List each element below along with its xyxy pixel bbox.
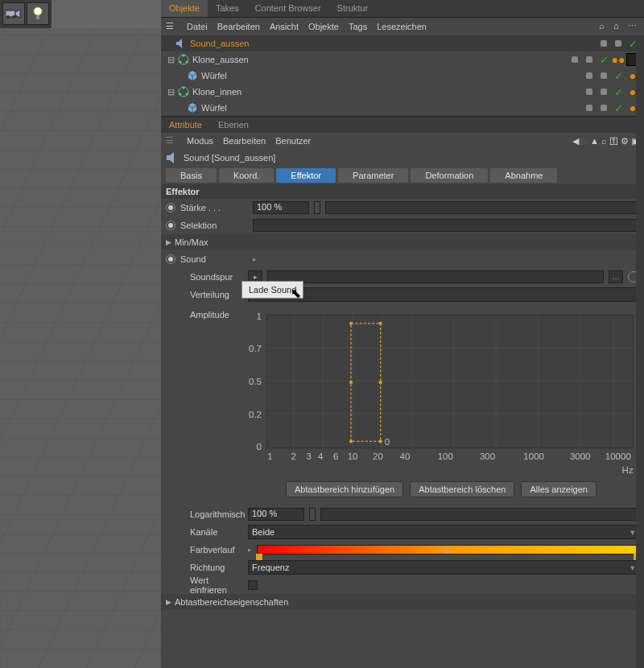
- home-icon[interactable]: ⌂: [613, 21, 625, 32]
- label-log: Logarithmisch: [166, 509, 243, 519]
- svg-point-12: [183, 87, 185, 89]
- svg-point-35: [349, 322, 353, 325]
- spinner-log[interactable]: [309, 508, 316, 521]
- label-amplitude: Amplitude: [166, 308, 238, 501]
- menu-bearbeiten2[interactable]: Bearbeiten: [223, 136, 266, 146]
- svg-rect-6: [1, 28, 161, 668]
- menu-datei[interactable]: Datei: [187, 22, 208, 31]
- svg-text:1: 1: [257, 311, 262, 321]
- cube-icon: [187, 70, 198, 81]
- input-soundspur[interactable]: [267, 270, 604, 283]
- svg-text:1000: 1000: [523, 452, 544, 461]
- svg-point-13: [186, 93, 188, 96]
- label-selektion: Selektion: [180, 221, 248, 230]
- menu-modus[interactable]: Modus: [187, 136, 213, 146]
- select-verteilung[interactable]: [248, 287, 639, 302]
- gradient-editor[interactable]: [257, 545, 639, 555]
- svg-point-39: [349, 439, 353, 443]
- menu-bearbeiten[interactable]: Bearbeiten: [217, 22, 260, 31]
- nav-back-icon[interactable]: ◀: [572, 136, 579, 146]
- viewport-3d[interactable]: [0, 28, 161, 668]
- subtab-abnahme[interactable]: Abnahme: [490, 168, 557, 183]
- chevron-right-icon: ▶: [166, 598, 171, 606]
- select-kanaele[interactable]: Beide: [248, 525, 639, 539]
- tab-struktur[interactable]: Struktur: [329, 0, 377, 17]
- gear-icon[interactable]: ⚙: [621, 136, 629, 146]
- tab-content-browser[interactable]: Content Browser: [247, 0, 329, 17]
- svg-rect-20: [266, 315, 633, 447]
- btn-abtast-all[interactable]: Alles anzeigen: [521, 481, 597, 497]
- svg-rect-4: [36, 15, 39, 19]
- menu-tags[interactable]: Tags: [349, 22, 367, 31]
- nav-fwd-icon[interactable]: ▷: [581, 136, 588, 146]
- select-richtung[interactable]: Frequenz: [248, 560, 639, 575]
- cloner-icon: [178, 86, 189, 97]
- misc-icon[interactable]: ⋯: [628, 21, 639, 32]
- svg-point-10: [180, 61, 182, 64]
- svg-point-36: [379, 322, 382, 325]
- tree-item-wuerfel-2: Würfel ✓●: [161, 100, 644, 116]
- collapse-minmax[interactable]: ▶ Min/Max: [161, 234, 644, 250]
- sound-effector-icon: [175, 38, 187, 49]
- subtab-deformation[interactable]: Deformation: [411, 168, 488, 183]
- chevron-right-icon: ▶: [166, 238, 171, 246]
- anim-dot-selektion[interactable]: [166, 221, 175, 230]
- input-staerke[interactable]: 100 %: [253, 201, 309, 214]
- tree-item-sound-aussen: Sound_aussen ✓: [161, 35, 644, 52]
- svg-point-40: [379, 439, 382, 443]
- input-log[interactable]: 100 %: [248, 508, 304, 521]
- menu-icon: ☰: [166, 135, 177, 146]
- input-selektion[interactable]: [253, 219, 639, 232]
- label-wert-einfrieren: Wert einfrieren: [166, 575, 243, 595]
- tree-item-klone-aussen: ⊟ Klone_aussen ✓●●: [161, 52, 644, 68]
- svg-text:40: 40: [400, 452, 411, 461]
- lock-icon[interactable]: ⚿: [609, 136, 618, 146]
- collapse-abtast[interactable]: ▶ Abtastbereichseigenschaften: [161, 594, 644, 610]
- label-richtung: Richtung: [166, 563, 243, 572]
- menu-ansicht[interactable]: Ansicht: [270, 22, 299, 31]
- svg-text:3000: 3000: [570, 452, 591, 461]
- svg-point-1: [6, 15, 10, 19]
- gradient-handle-left[interactable]: [256, 554, 262, 560]
- label-verteilung: Verteilung: [166, 290, 243, 299]
- menu-objekte[interactable]: Objekte: [308, 22, 339, 31]
- tab-ebenen[interactable]: Ebenen: [210, 120, 257, 130]
- label-farbverlauf: Farbverlauf: [166, 545, 243, 555]
- slider-log[interactable]: [320, 508, 639, 521]
- viewport-light-icon[interactable]: [27, 2, 49, 25]
- cloner-icon: [178, 54, 189, 65]
- viewport-camera-icon[interactable]: [2, 2, 25, 25]
- browse-button[interactable]: …: [609, 270, 623, 283]
- tab-objekte[interactable]: Objekte: [161, 0, 208, 17]
- spinner-staerke[interactable]: [314, 201, 320, 214]
- subtab-parameter[interactable]: Parameter: [338, 168, 408, 183]
- scrollbar[interactable]: [636, 40, 644, 668]
- svg-point-3: [34, 7, 42, 15]
- object-tree[interactable]: Sound_aussen ✓ ⊟ Klone_aussen ✓●● Würfel…: [161, 35, 644, 116]
- svg-text:0: 0: [257, 442, 262, 452]
- find-icon[interactable]: ⌕: [601, 136, 607, 146]
- sound-effector-icon: [166, 151, 179, 164]
- tab-takes[interactable]: Takes: [208, 0, 247, 17]
- svg-point-2: [12, 15, 15, 19]
- anim-dot-staerke[interactable]: [166, 203, 175, 212]
- menu-benutzer[interactable]: Benutzer: [275, 136, 311, 146]
- svg-point-14: [180, 93, 182, 96]
- tab-attribute[interactable]: Attribute: [161, 120, 210, 130]
- slider-staerke[interactable]: [325, 201, 639, 214]
- find-icon[interactable]: ⌕: [599, 21, 610, 32]
- svg-text:0: 0: [385, 437, 390, 447]
- subtab-koord[interactable]: Koord.: [219, 168, 274, 183]
- anim-dot-sound[interactable]: [166, 254, 175, 264]
- amplitude-chart[interactable]: 1 0.7 0.5 0.2 0: [243, 308, 639, 476]
- subtab-basis[interactable]: Basis: [166, 168, 217, 183]
- chevron-right-icon: ▸: [253, 255, 257, 263]
- btn-abtast-add[interactable]: Abtastbereich hinzufügen: [286, 481, 403, 497]
- checkbox-wert-einfrieren[interactable]: [248, 580, 258, 590]
- btn-abtast-del[interactable]: Abtastbereich löschen: [410, 481, 514, 497]
- svg-text:10000: 10000: [605, 452, 631, 461]
- subtab-effektor[interactable]: Effektor: [276, 168, 336, 183]
- nav-up-icon[interactable]: ▲: [590, 136, 599, 146]
- label-staerke: Stärke . . .: [180, 203, 248, 212]
- menu-lesezeichen[interactable]: Lesezeichen: [377, 22, 427, 31]
